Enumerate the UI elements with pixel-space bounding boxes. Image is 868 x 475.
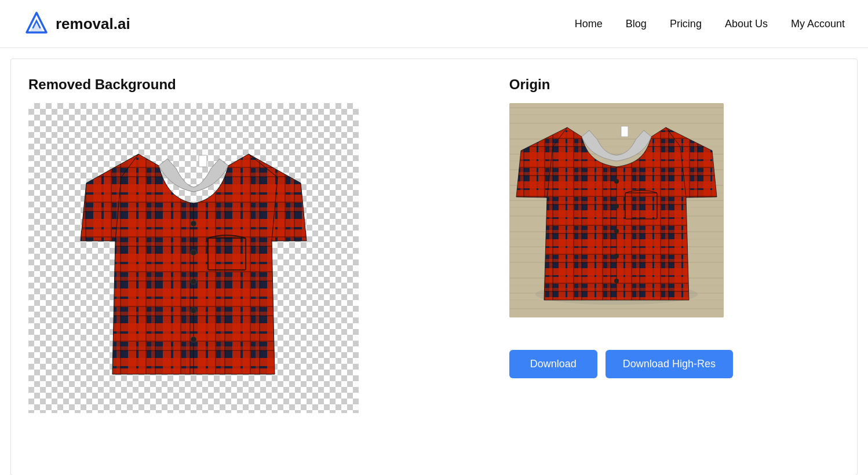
nav-pricing[interactable]: Pricing [670,18,702,30]
left-panel: Removed Background [28,76,498,458]
logo-text: removal.ai [56,15,130,33]
svg-point-41 [614,179,619,184]
removed-shirt-overlay [28,103,359,413]
svg-point-15 [191,279,196,284]
logo-icon [23,10,50,37]
origin-title: Origin [509,76,840,93]
removed-bg-shirt-svg [69,125,318,392]
svg-point-43 [614,229,619,233]
svg-point-17 [191,337,196,342]
svg-rect-46 [621,126,628,137]
nav-home[interactable]: Home [575,18,603,30]
svg-rect-18 [199,155,207,167]
origin-image-container [509,103,724,317]
removed-bg-image-container [28,103,359,413]
site-header: removal.ai Home Blog Pricing About Us My… [0,0,868,48]
svg-point-13 [191,221,196,226]
buttons-row: Download Download High-Res [509,350,840,378]
main-content: Removed Background [10,59,858,475]
svg-point-14 [191,250,196,255]
nav-blog[interactable]: Blog [626,18,647,30]
right-panel: Origin [498,76,840,458]
svg-rect-39 [625,193,657,219]
removed-bg-title: Removed Background [28,76,475,93]
svg-point-42 [614,204,619,209]
download-button[interactable]: Download [509,350,597,378]
svg-point-44 [614,254,619,258]
svg-point-45 [614,279,619,283]
origin-shirt-svg [509,103,724,317]
nav-about-us[interactable]: About Us [725,18,768,30]
download-highres-button[interactable]: Download High-Res [606,350,733,378]
logo-link[interactable]: removal.ai [23,10,130,37]
main-nav: Home Blog Pricing About Us My Account [575,18,845,30]
nav-my-account[interactable]: My Account [791,18,845,30]
svg-rect-11 [208,238,246,270]
svg-point-16 [191,308,196,313]
